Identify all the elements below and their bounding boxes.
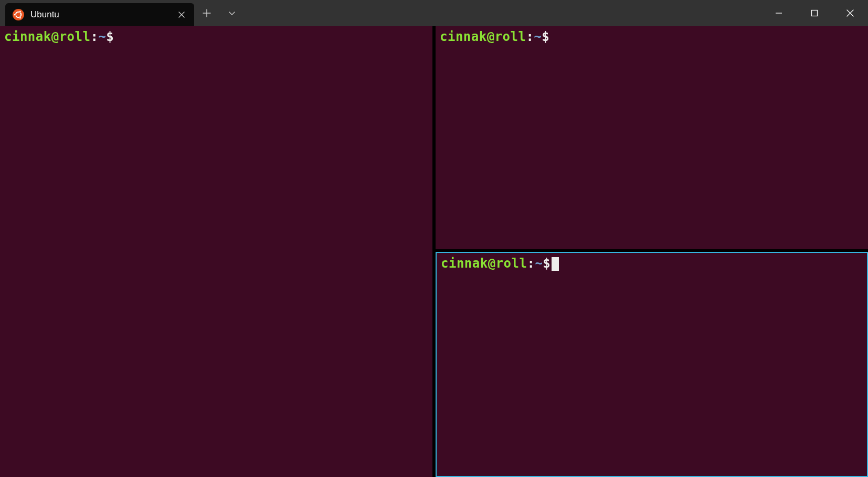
tab-label: Ubuntu (30, 9, 170, 20)
pane-left[interactable]: cinnak@roll:~$ (0, 26, 436, 477)
close-icon (178, 12, 185, 18)
prompt-user-host: cinnak@roll (441, 256, 527, 271)
chevron-down-icon (228, 9, 236, 17)
terminal-panes: cinnak@roll:~$ cinnak@roll:~$ cinnak@rol… (0, 26, 868, 477)
text-cursor (552, 257, 559, 271)
prompt-cwd: ~ (534, 29, 542, 44)
ubuntu-logo-icon (13, 9, 24, 20)
new-tab-button[interactable] (194, 0, 219, 26)
pane-right-top[interactable]: cinnak@roll:~$ (436, 26, 868, 249)
plus-icon (203, 9, 211, 17)
svg-point-3 (14, 14, 16, 15)
prompt-symbol: $ (543, 256, 551, 271)
close-icon (846, 9, 854, 17)
prompt-cwd: ~ (535, 256, 543, 271)
pane-right-group: cinnak@roll:~$ cinnak@roll:~$ (436, 26, 868, 477)
prompt-line: cinnak@roll:~$ (0, 26, 432, 48)
prompt-symbol: $ (106, 29, 114, 44)
svg-point-5 (19, 11, 21, 13)
window-controls (761, 0, 868, 26)
titlebar: Ubuntu (0, 0, 868, 26)
prompt-user-host: cinnak@roll (4, 29, 90, 44)
window-close-button[interactable] (832, 0, 868, 26)
prompt-colon: : (90, 29, 98, 44)
maximize-button[interactable] (797, 0, 832, 26)
tab-close-button[interactable] (176, 9, 187, 20)
terminal-window: Ubuntu (0, 0, 868, 477)
prompt-symbol: $ (542, 29, 549, 44)
titlebar-drag-area[interactable] (245, 0, 761, 26)
prompt-colon: : (526, 29, 534, 44)
minimize-icon (775, 9, 782, 17)
svg-rect-8 (812, 10, 818, 16)
prompt-colon: : (527, 256, 535, 271)
tab-strip: Ubuntu (0, 0, 194, 26)
prompt-user-host: cinnak@roll (440, 29, 526, 44)
maximize-icon (811, 9, 818, 17)
tab-ubuntu[interactable]: Ubuntu (5, 3, 194, 26)
pane-right-bottom[interactable]: cinnak@roll:~$ (436, 252, 868, 477)
prompt-line: cinnak@roll:~$ (436, 26, 868, 48)
tab-dropdown-button[interactable] (219, 0, 245, 26)
prompt-cwd: ~ (98, 29, 106, 44)
svg-point-7 (19, 17, 21, 18)
minimize-button[interactable] (761, 0, 797, 26)
prompt-line: cinnak@roll:~$ (437, 253, 867, 274)
